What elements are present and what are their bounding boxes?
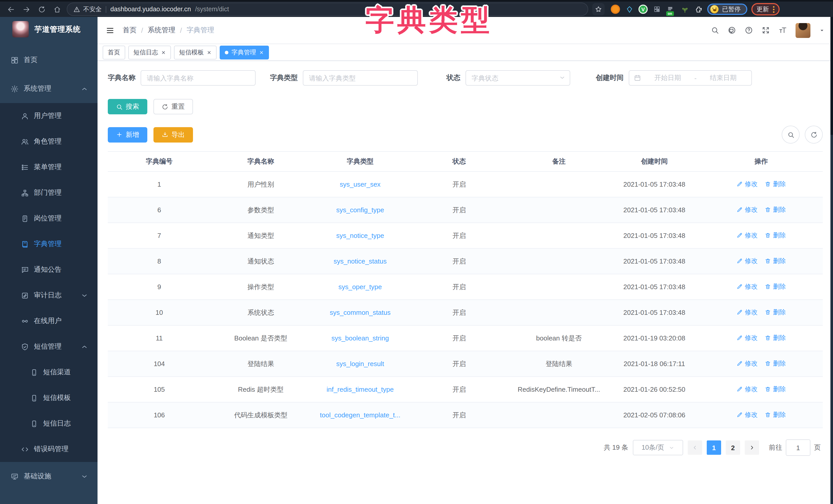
dict-type-link[interactable]: sys_notice_status [334,257,387,265]
caret-down-icon[interactable] [819,27,825,33]
sidebar-item[interactable]: 短信模板 [0,385,97,411]
sidebar-item[interactable]: 角色管理 [0,129,97,154]
bookmark-star-button[interactable] [592,3,604,16]
sidebar-item[interactable]: 短信日志 [0,411,97,436]
sidebar-item[interactable]: 短信渠道 [0,359,97,385]
browser-back-button[interactable] [5,4,17,15]
dict-type-link[interactable]: sys_boolean_string [331,334,389,342]
page-scrollbar[interactable] [830,17,833,504]
kebab-menu-icon[interactable] [773,6,775,12]
edit-action[interactable]: 修改 [737,206,758,214]
site-security[interactable]: 不安全 [73,5,102,14]
browser-reload-button[interactable] [36,4,47,15]
dict-type-link[interactable]: sys_config_type [336,206,384,214]
browser-update-chip[interactable]: 更新 [752,3,780,16]
edit-action[interactable]: 修改 [737,411,758,420]
help-icon[interactable] [745,26,753,34]
browser-forward-button[interactable] [21,4,32,15]
edit-action[interactable]: 修改 [737,385,758,394]
font-size-icon[interactable] [779,26,787,34]
status-select[interactable] [466,70,570,85]
edit-action[interactable]: 修改 [737,334,758,343]
sidebar-item[interactable]: 菜单管理 [0,154,97,180]
refresh-table-button[interactable] [805,126,823,144]
extension-icon[interactable]: on [666,5,675,14]
hamburger-icon[interactable] [106,26,115,34]
edit-action[interactable]: 修改 [737,308,758,317]
dict-type-input[interactable] [303,70,418,85]
add-button[interactable]: 新增 [108,127,147,142]
sidebar-item[interactable]: 短信管理 [0,334,97,359]
close-icon[interactable] [207,50,211,55]
sidebar-item[interactable]: 通知公告 [0,257,97,282]
user-avatar[interactable] [795,23,810,38]
sidebar-item[interactable]: 首页 [0,46,97,74]
extensions-puzzle-icon[interactable] [694,5,703,14]
dict-type-link[interactable]: sys_login_result [336,360,384,368]
breadcrumb-home[interactable]: 首页 [123,26,137,35]
sidebar-item[interactable]: 字典管理 [0,231,97,257]
next-page-button[interactable] [745,440,759,455]
search-icon[interactable] [711,26,719,34]
show-search-button[interactable] [782,126,800,144]
fullscreen-icon[interactable] [762,26,770,34]
edit-action[interactable]: 修改 [737,257,758,266]
dict-type-link[interactable]: inf_redis_timeout_type [327,385,394,393]
extension-icon[interactable] [625,5,634,14]
delete-action[interactable]: 删除 [765,411,786,420]
tab-item[interactable]: 短信模板 [174,45,217,59]
paused-extension-pill[interactable]: 已暂停 [707,4,747,15]
extension-icon[interactable] [611,5,620,14]
tab-item[interactable]: 首页 [103,45,125,59]
sidebar-item[interactable]: 岗位管理 [0,206,97,231]
sidebar-item[interactable]: 错误码管理 [0,436,97,462]
sidebar-item[interactable]: 基础设施 [0,462,97,491]
page-size-select[interactable]: 10条/页 [633,440,683,455]
delete-action[interactable]: 删除 [765,385,786,394]
edit-action[interactable]: 修改 [737,231,758,240]
tab-item[interactable]: 短信日志 [128,45,171,59]
reset-button[interactable]: 重置 [153,99,193,114]
close-icon[interactable] [259,50,264,55]
delete-action[interactable]: 删除 [765,231,786,240]
breadcrumb-system[interactable]: 系统管理 [148,26,175,35]
dict-type-link[interactable]: tool_codegen_template_t... [320,411,401,419]
sidebar-item[interactable]: 部门管理 [0,180,97,206]
prev-page-button[interactable] [688,440,702,455]
dict-type-link[interactable]: sys_notice_type [336,232,384,240]
extension-icon[interactable] [652,5,662,14]
edit-action[interactable]: 修改 [737,359,758,368]
export-button[interactable]: 导出 [153,127,193,142]
delete-action[interactable]: 删除 [765,308,786,317]
dict-type-link[interactable]: sys_oper_type [338,283,382,291]
delete-action[interactable]: 删除 [765,206,786,214]
goto-page-input[interactable] [786,439,810,456]
edit-action[interactable]: 修改 [737,282,758,291]
search-button[interactable]: 搜索 [108,99,147,114]
delete-action[interactable]: 删除 [765,334,786,343]
delete-action[interactable]: 删除 [765,359,786,368]
extension-icon[interactable]: V [639,5,648,14]
page-button[interactable]: 2 [726,440,740,455]
edit-action[interactable]: 修改 [737,180,758,189]
close-icon[interactable] [161,50,166,55]
scrollbar-thumb[interactable] [830,17,833,135]
dict-name-input[interactable] [141,70,256,85]
dict-type-link[interactable]: sys_user_sex [340,180,381,188]
sidebar-item[interactable]: 系统管理 [0,74,97,103]
sidebar-item[interactable]: 用户管理 [0,103,97,129]
tab-active[interactable]: 字典管理 [220,45,269,59]
dict-type-link[interactable]: sys_common_status [330,309,390,316]
address-bar[interactable]: 不安全 dashboard.yudao.iocoder.cn /system/d… [67,3,588,16]
sidebar-item[interactable]: 在线用户 [0,308,97,334]
status-select-input[interactable] [466,70,570,85]
github-icon[interactable] [728,26,736,34]
delete-action[interactable]: 删除 [765,282,786,291]
delete-action[interactable]: 删除 [765,257,786,266]
sidebar-item[interactable]: 审计日志 [0,282,97,308]
page-button[interactable]: 1 [707,440,721,455]
date-range-picker[interactable]: 开始日期 - 结束日期 [629,70,752,85]
extension-icon[interactable] [680,5,689,14]
delete-action[interactable]: 删除 [765,180,786,189]
browser-home-button[interactable] [51,4,63,15]
